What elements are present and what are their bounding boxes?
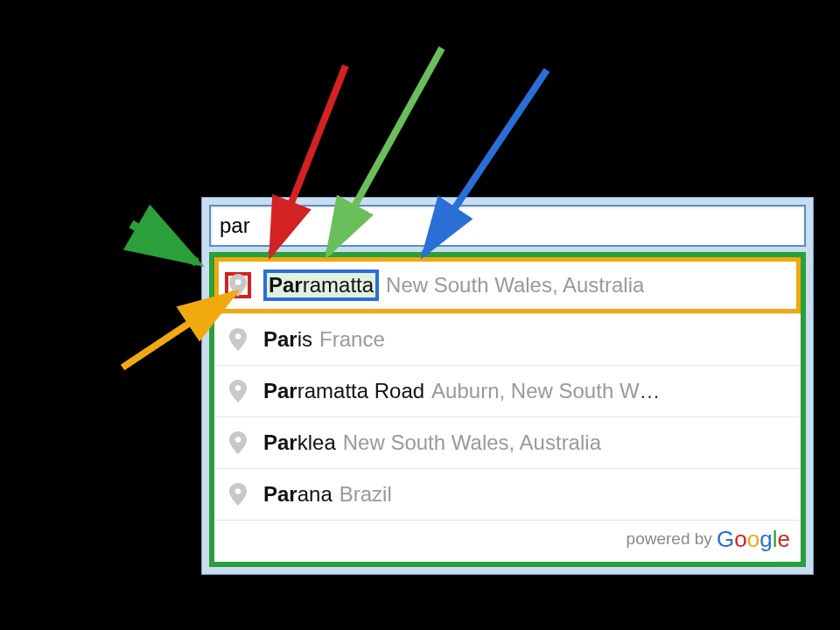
- svg-point-2: [235, 385, 242, 391]
- suggestion-secondary: Brazil: [340, 482, 392, 507]
- suggestion-secondary: New South Wales, Australia: [386, 273, 644, 298]
- marker-icon: [225, 326, 251, 353]
- google-logo: Google: [717, 526, 790, 552]
- svg-point-3: [235, 437, 242, 443]
- svg-point-0: [235, 279, 242, 285]
- suggestion-main: Parramatta Road: [263, 379, 424, 403]
- attribution-prefix: powered by: [626, 529, 718, 548]
- suggestion-secondary: New South Wales, Australia: [343, 430, 601, 455]
- suggestion-row[interactable]: Parklea New South Wales, Australia: [214, 417, 801, 469]
- suggestion-secondary: Auburn, New South W…: [431, 379, 661, 403]
- autocomplete-dropdown: Parramatta New South Wales, Australia Pa…: [209, 252, 806, 567]
- suggestion-main: Parramatta: [263, 270, 379, 301]
- suggestion-secondary: France: [319, 327, 385, 352]
- suggestion-main: Parklea: [263, 430, 336, 455]
- svg-point-1: [235, 333, 242, 340]
- attribution-footer: powered by Google: [214, 521, 801, 562]
- autocomplete-panel: Parramatta New South Wales, Australia Pa…: [201, 197, 814, 575]
- suggestion-row[interactable]: Parramatta Road Auburn, New South W…: [214, 366, 801, 417]
- svg-point-4: [235, 488, 242, 494]
- suggestion-row[interactable]: Parana Brazil: [214, 469, 801, 521]
- marker-icon: [225, 481, 251, 508]
- suggestion-main: Parana: [263, 482, 332, 507]
- suggestion-main: Paris: [263, 327, 312, 352]
- suggestion-row[interactable]: Paris France: [214, 314, 801, 366]
- marker-icon: [225, 430, 251, 456]
- marker-icon: [225, 378, 251, 404]
- marker-icon: [225, 272, 251, 298]
- suggestion-row[interactable]: Parramatta New South Wales, Australia: [214, 257, 801, 314]
- arrow-dark-green: [131, 224, 197, 262]
- search-input[interactable]: [209, 205, 806, 247]
